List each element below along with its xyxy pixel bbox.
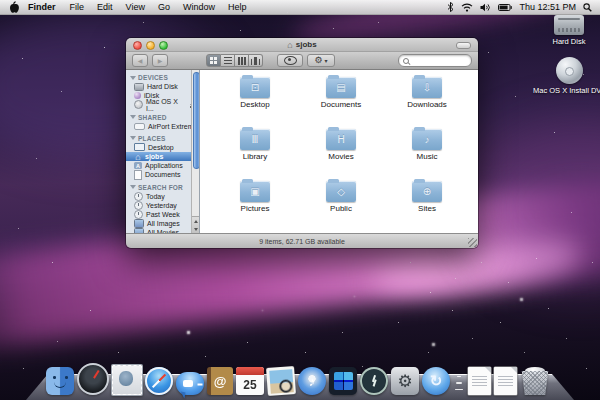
sidebar-scrollbar[interactable] (191, 70, 199, 233)
desktop-icon-install-dvd[interactable]: Mac OS X Install DVD (533, 57, 600, 95)
dock-address-book-icon[interactable]: @ (207, 367, 233, 395)
hard-disk-icon (134, 83, 144, 91)
back-button[interactable]: ◀ (132, 54, 148, 67)
dock-preview-icon[interactable] (266, 366, 296, 396)
toolbar-toggle-button[interactable] (456, 42, 471, 49)
desktop-icon-label: Hard Disk (551, 37, 587, 46)
quick-look-button[interactable] (277, 54, 303, 67)
window-title-bar[interactable]: ⌂ sjobs (126, 38, 478, 52)
resize-grip[interactable] (468, 238, 477, 247)
apple-menu-icon[interactable] (9, 1, 19, 13)
sidebar-section-shared[interactable]: SHARED (126, 113, 199, 122)
images-icon (134, 219, 144, 228)
dock-finder-icon[interactable] (46, 367, 74, 395)
sidebar-item-sjobs-selected[interactable]: sjobs (126, 152, 200, 161)
ical-date: 25 (243, 376, 256, 395)
list-view-button[interactable] (221, 54, 235, 67)
scroll-down-icon[interactable] (194, 228, 198, 231)
dock-ichat-icon[interactable] (176, 372, 204, 395)
dock-ical-icon[interactable]: 25 (236, 367, 264, 395)
purple-haze-right (470, 120, 600, 290)
folder-music[interactable]: ♪Music (384, 127, 470, 179)
sidebar-item-past-week[interactable]: Past Week (126, 210, 200, 219)
sidebar-item-airport-extreme[interactable]: AirPort Extreme (126, 122, 200, 131)
pictures-folder-icon: ▣ (240, 181, 270, 202)
battery-icon[interactable] (498, 4, 512, 11)
home-icon: ⌂ (287, 41, 292, 49)
forward-button[interactable]: ▶ (152, 54, 168, 67)
folder-documents[interactable]: ▤Documents (298, 75, 384, 127)
folder-content-area: ⊡Desktop ▤Documents ⇩Downloads ⅢLibrary … (200, 70, 478, 233)
menu-item-file[interactable]: File (70, 2, 85, 12)
sidebar-item-install-dvd[interactable]: Mac OS X I... (126, 100, 200, 109)
status-text: 9 items, 62.71 GB available (259, 238, 345, 245)
menu-bar-clock[interactable]: Thu 12:51 PM (519, 2, 576, 12)
folder-library[interactable]: ⅢLibrary (212, 127, 298, 179)
folder-sites[interactable]: ⊕Sites (384, 179, 470, 231)
sidebar-item-all-images[interactable]: All Images (126, 219, 200, 228)
window-toolbar: ◀ ▶ ⚙▾ (126, 52, 478, 70)
hard-disk-icon (554, 15, 584, 35)
scrollbar-thumb[interactable] (193, 72, 201, 169)
volume-icon[interactable] (480, 3, 491, 12)
sidebar-item-hard-disk[interactable]: Hard Disk (126, 82, 200, 91)
close-button[interactable] (133, 41, 142, 50)
zoom-button[interactable] (159, 41, 168, 50)
bluetooth-icon[interactable] (447, 2, 454, 12)
folder-emblem: ▣ (240, 181, 270, 202)
dock-system-preferences-icon[interactable]: ⚙ (391, 367, 419, 395)
dock-spaces-icon[interactable] (329, 367, 357, 395)
dock-mail-icon[interactable] (112, 365, 142, 395)
folder-movies[interactable]: HMovies (298, 127, 384, 179)
folder-pictures[interactable]: ▣Pictures (212, 179, 298, 231)
minimize-button[interactable] (146, 41, 155, 50)
sidebar-item-yesterday[interactable]: Yesterday (126, 201, 200, 210)
spotlight-icon[interactable] (583, 3, 592, 12)
dock-separator (453, 371, 465, 395)
menu-item-edit[interactable]: Edit (97, 2, 113, 12)
action-menu-button[interactable]: ⚙▾ (307, 54, 335, 67)
chevron-down-icon: ▾ (325, 58, 328, 64)
movies-folder-icon: H (326, 129, 356, 150)
sidebar-section-devices[interactable]: DEVICES (126, 73, 199, 82)
sidebar-item-applications[interactable]: Applications (126, 161, 200, 170)
dock-software-update-icon[interactable]: ↻ (422, 367, 450, 395)
sidebar-item-documents[interactable]: Documents (126, 170, 200, 179)
dock-itunes-icon[interactable]: ♪ (298, 367, 326, 395)
menu-item-window[interactable]: Window (183, 2, 215, 12)
search-input[interactable] (398, 54, 472, 67)
folder-emblem: Ⅲ (240, 129, 270, 150)
sidebar-section-places[interactable]: PLACES (126, 134, 199, 143)
sidebar-item-desktop[interactable]: Desktop (126, 143, 200, 152)
menu-item-help[interactable]: Help (228, 2, 247, 12)
folder-desktop[interactable]: ⊡Desktop (212, 75, 298, 127)
folder-public[interactable]: ◇Public (298, 179, 384, 231)
sidebar-item-today[interactable]: Today (126, 192, 200, 201)
library-folder-icon: Ⅲ (240, 129, 270, 150)
column-view-button[interactable] (235, 54, 249, 67)
desktop-icon-hard-disk[interactable]: Hard Disk (551, 15, 587, 46)
wifi-icon[interactable] (461, 3, 473, 12)
downloads-folder-icon: ⇩ (412, 77, 442, 98)
sidebar-section-search-for[interactable]: SEARCH FOR (126, 183, 199, 192)
menu-item-view[interactable]: View (126, 2, 145, 12)
menu-item-go[interactable]: Go (158, 2, 170, 12)
scroll-up-icon[interactable] (194, 220, 198, 223)
menu-item-finder[interactable]: Finder (28, 2, 56, 12)
icon-view-button[interactable] (206, 54, 221, 67)
dock: @ 25 ♪ ⚙ ↻ (0, 358, 600, 400)
folder-downloads[interactable]: ⇩Downloads (384, 75, 470, 127)
dock-dashboard-icon[interactable] (77, 363, 109, 395)
folder-emblem: ♪ (412, 129, 442, 150)
eye-icon (284, 56, 297, 65)
dvd-disc-icon (556, 57, 583, 84)
dock-downloads-stack-icon[interactable] (494, 367, 517, 395)
coverflow-view-button[interactable] (249, 54, 263, 67)
dock-documents-stack-icon[interactable] (468, 367, 491, 395)
scrollbar-arrows[interactable] (192, 216, 199, 233)
dock-safari-icon[interactable] (145, 367, 173, 395)
search-icon (403, 58, 409, 64)
trash-basket-icon (520, 371, 550, 395)
dock-time-machine-icon[interactable] (360, 367, 388, 395)
dock-trash-icon[interactable] (520, 367, 550, 395)
